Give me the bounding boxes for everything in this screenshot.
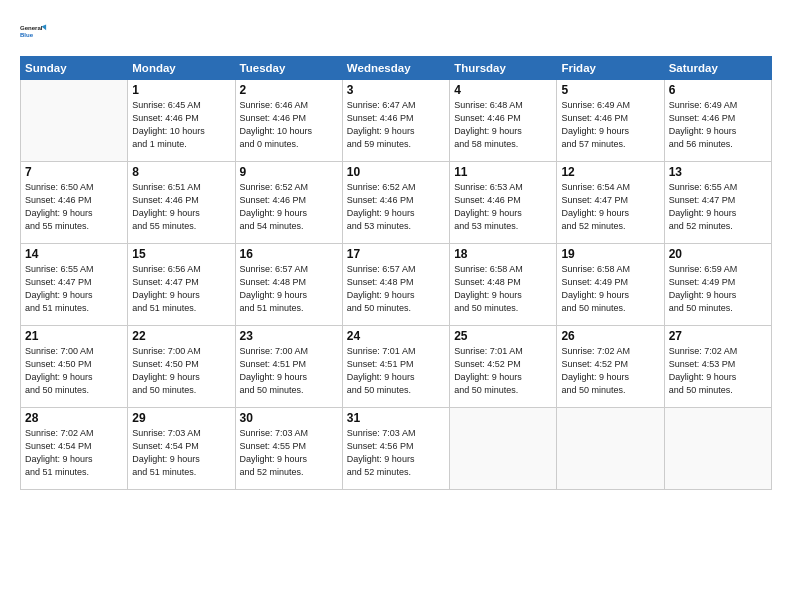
day-number: 18 bbox=[454, 247, 552, 261]
logo: GeneralBlue bbox=[20, 18, 52, 46]
day-number: 17 bbox=[347, 247, 445, 261]
weekday-header-monday: Monday bbox=[128, 57, 235, 80]
calendar-week-3: 14Sunrise: 6:55 AM Sunset: 4:47 PM Dayli… bbox=[21, 244, 772, 326]
day-info: Sunrise: 6:46 AM Sunset: 4:46 PM Dayligh… bbox=[240, 99, 338, 151]
day-info: Sunrise: 7:00 AM Sunset: 4:50 PM Dayligh… bbox=[25, 345, 123, 397]
calendar-cell: 4Sunrise: 6:48 AM Sunset: 4:46 PM Daylig… bbox=[450, 80, 557, 162]
calendar-cell: 1Sunrise: 6:45 AM Sunset: 4:46 PM Daylig… bbox=[128, 80, 235, 162]
day-number: 24 bbox=[347, 329, 445, 343]
day-info: Sunrise: 6:52 AM Sunset: 4:46 PM Dayligh… bbox=[347, 181, 445, 233]
day-info: Sunrise: 7:03 AM Sunset: 4:55 PM Dayligh… bbox=[240, 427, 338, 479]
day-info: Sunrise: 6:57 AM Sunset: 4:48 PM Dayligh… bbox=[240, 263, 338, 315]
day-number: 8 bbox=[132, 165, 230, 179]
day-info: Sunrise: 7:02 AM Sunset: 4:54 PM Dayligh… bbox=[25, 427, 123, 479]
calendar-cell: 15Sunrise: 6:56 AM Sunset: 4:47 PM Dayli… bbox=[128, 244, 235, 326]
calendar-cell: 17Sunrise: 6:57 AM Sunset: 4:48 PM Dayli… bbox=[342, 244, 449, 326]
day-number: 9 bbox=[240, 165, 338, 179]
calendar-cell: 2Sunrise: 6:46 AM Sunset: 4:46 PM Daylig… bbox=[235, 80, 342, 162]
header: GeneralBlue bbox=[20, 18, 772, 46]
calendar-cell bbox=[664, 408, 771, 490]
day-number: 26 bbox=[561, 329, 659, 343]
calendar-week-2: 7Sunrise: 6:50 AM Sunset: 4:46 PM Daylig… bbox=[21, 162, 772, 244]
day-number: 15 bbox=[132, 247, 230, 261]
weekday-header-thursday: Thursday bbox=[450, 57, 557, 80]
calendar-week-4: 21Sunrise: 7:00 AM Sunset: 4:50 PM Dayli… bbox=[21, 326, 772, 408]
calendar-cell: 13Sunrise: 6:55 AM Sunset: 4:47 PM Dayli… bbox=[664, 162, 771, 244]
day-number: 4 bbox=[454, 83, 552, 97]
day-number: 11 bbox=[454, 165, 552, 179]
calendar-cell: 21Sunrise: 7:00 AM Sunset: 4:50 PM Dayli… bbox=[21, 326, 128, 408]
day-info: Sunrise: 6:51 AM Sunset: 4:46 PM Dayligh… bbox=[132, 181, 230, 233]
day-info: Sunrise: 7:03 AM Sunset: 4:56 PM Dayligh… bbox=[347, 427, 445, 479]
day-info: Sunrise: 7:02 AM Sunset: 4:52 PM Dayligh… bbox=[561, 345, 659, 397]
calendar-cell bbox=[557, 408, 664, 490]
calendar-cell: 9Sunrise: 6:52 AM Sunset: 4:46 PM Daylig… bbox=[235, 162, 342, 244]
calendar-week-5: 28Sunrise: 7:02 AM Sunset: 4:54 PM Dayli… bbox=[21, 408, 772, 490]
page: GeneralBlue SundayMondayTuesdayWednesday… bbox=[0, 0, 792, 612]
calendar-week-1: 1Sunrise: 6:45 AM Sunset: 4:46 PM Daylig… bbox=[21, 80, 772, 162]
calendar-cell: 19Sunrise: 6:58 AM Sunset: 4:49 PM Dayli… bbox=[557, 244, 664, 326]
calendar-cell: 28Sunrise: 7:02 AM Sunset: 4:54 PM Dayli… bbox=[21, 408, 128, 490]
calendar-cell: 26Sunrise: 7:02 AM Sunset: 4:52 PM Dayli… bbox=[557, 326, 664, 408]
calendar-cell: 5Sunrise: 6:49 AM Sunset: 4:46 PM Daylig… bbox=[557, 80, 664, 162]
day-info: Sunrise: 6:58 AM Sunset: 4:48 PM Dayligh… bbox=[454, 263, 552, 315]
day-number: 28 bbox=[25, 411, 123, 425]
day-info: Sunrise: 6:47 AM Sunset: 4:46 PM Dayligh… bbox=[347, 99, 445, 151]
day-number: 25 bbox=[454, 329, 552, 343]
calendar-cell: 18Sunrise: 6:58 AM Sunset: 4:48 PM Dayli… bbox=[450, 244, 557, 326]
day-info: Sunrise: 6:56 AM Sunset: 4:47 PM Dayligh… bbox=[132, 263, 230, 315]
day-info: Sunrise: 6:50 AM Sunset: 4:46 PM Dayligh… bbox=[25, 181, 123, 233]
calendar-cell: 20Sunrise: 6:59 AM Sunset: 4:49 PM Dayli… bbox=[664, 244, 771, 326]
weekday-header-row: SundayMondayTuesdayWednesdayThursdayFrid… bbox=[21, 57, 772, 80]
day-info: Sunrise: 6:53 AM Sunset: 4:46 PM Dayligh… bbox=[454, 181, 552, 233]
calendar-cell: 14Sunrise: 6:55 AM Sunset: 4:47 PM Dayli… bbox=[21, 244, 128, 326]
day-info: Sunrise: 6:52 AM Sunset: 4:46 PM Dayligh… bbox=[240, 181, 338, 233]
day-number: 2 bbox=[240, 83, 338, 97]
calendar-cell: 8Sunrise: 6:51 AM Sunset: 4:46 PM Daylig… bbox=[128, 162, 235, 244]
calendar-cell: 12Sunrise: 6:54 AM Sunset: 4:47 PM Dayli… bbox=[557, 162, 664, 244]
day-info: Sunrise: 6:49 AM Sunset: 4:46 PM Dayligh… bbox=[669, 99, 767, 151]
day-info: Sunrise: 6:55 AM Sunset: 4:47 PM Dayligh… bbox=[669, 181, 767, 233]
day-number: 27 bbox=[669, 329, 767, 343]
calendar-cell: 3Sunrise: 6:47 AM Sunset: 4:46 PM Daylig… bbox=[342, 80, 449, 162]
day-number: 21 bbox=[25, 329, 123, 343]
calendar-cell bbox=[21, 80, 128, 162]
svg-text:Blue: Blue bbox=[20, 32, 34, 38]
calendar-cell: 11Sunrise: 6:53 AM Sunset: 4:46 PM Dayli… bbox=[450, 162, 557, 244]
weekday-header-tuesday: Tuesday bbox=[235, 57, 342, 80]
day-number: 30 bbox=[240, 411, 338, 425]
day-info: Sunrise: 7:03 AM Sunset: 4:54 PM Dayligh… bbox=[132, 427, 230, 479]
weekday-header-friday: Friday bbox=[557, 57, 664, 80]
day-number: 29 bbox=[132, 411, 230, 425]
day-number: 23 bbox=[240, 329, 338, 343]
day-number: 12 bbox=[561, 165, 659, 179]
day-info: Sunrise: 6:57 AM Sunset: 4:48 PM Dayligh… bbox=[347, 263, 445, 315]
logo-icon: GeneralBlue bbox=[20, 18, 48, 46]
day-info: Sunrise: 7:02 AM Sunset: 4:53 PM Dayligh… bbox=[669, 345, 767, 397]
calendar-cell: 22Sunrise: 7:00 AM Sunset: 4:50 PM Dayli… bbox=[128, 326, 235, 408]
calendar-cell: 24Sunrise: 7:01 AM Sunset: 4:51 PM Dayli… bbox=[342, 326, 449, 408]
weekday-header-wednesday: Wednesday bbox=[342, 57, 449, 80]
calendar-cell: 6Sunrise: 6:49 AM Sunset: 4:46 PM Daylig… bbox=[664, 80, 771, 162]
day-info: Sunrise: 6:55 AM Sunset: 4:47 PM Dayligh… bbox=[25, 263, 123, 315]
calendar-cell: 23Sunrise: 7:00 AM Sunset: 4:51 PM Dayli… bbox=[235, 326, 342, 408]
calendar-cell: 16Sunrise: 6:57 AM Sunset: 4:48 PM Dayli… bbox=[235, 244, 342, 326]
day-number: 5 bbox=[561, 83, 659, 97]
day-info: Sunrise: 7:00 AM Sunset: 4:50 PM Dayligh… bbox=[132, 345, 230, 397]
day-number: 31 bbox=[347, 411, 445, 425]
calendar-table: SundayMondayTuesdayWednesdayThursdayFrid… bbox=[20, 56, 772, 490]
day-number: 6 bbox=[669, 83, 767, 97]
day-info: Sunrise: 7:01 AM Sunset: 4:52 PM Dayligh… bbox=[454, 345, 552, 397]
weekday-header-saturday: Saturday bbox=[664, 57, 771, 80]
calendar-cell: 25Sunrise: 7:01 AM Sunset: 4:52 PM Dayli… bbox=[450, 326, 557, 408]
calendar-cell: 31Sunrise: 7:03 AM Sunset: 4:56 PM Dayli… bbox=[342, 408, 449, 490]
day-number: 3 bbox=[347, 83, 445, 97]
day-info: Sunrise: 6:45 AM Sunset: 4:46 PM Dayligh… bbox=[132, 99, 230, 151]
svg-text:General: General bbox=[20, 25, 43, 31]
day-number: 20 bbox=[669, 247, 767, 261]
day-number: 1 bbox=[132, 83, 230, 97]
day-number: 16 bbox=[240, 247, 338, 261]
day-info: Sunrise: 6:59 AM Sunset: 4:49 PM Dayligh… bbox=[669, 263, 767, 315]
day-number: 14 bbox=[25, 247, 123, 261]
day-info: Sunrise: 7:01 AM Sunset: 4:51 PM Dayligh… bbox=[347, 345, 445, 397]
